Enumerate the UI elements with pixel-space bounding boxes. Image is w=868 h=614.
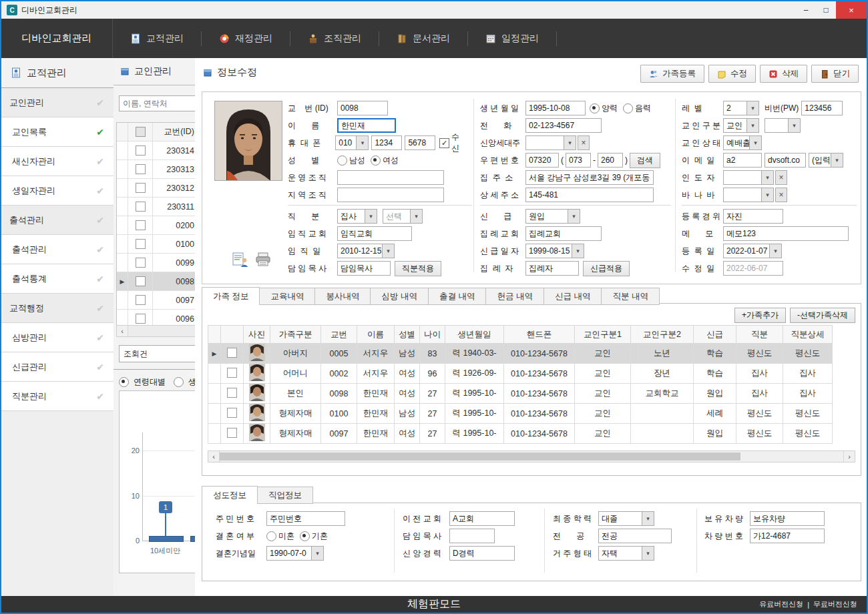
row-checkbox[interactable] <box>136 202 146 212</box>
member-row[interactable]: 230313 <box>117 160 196 179</box>
name-input[interactable] <box>337 118 396 133</box>
jumin-input[interactable] <box>266 511 345 526</box>
tab-신급 내역[interactable]: 신급 내역 <box>544 288 602 305</box>
row-checkbox[interactable] <box>227 348 237 358</box>
sidebar-item-새신자관리[interactable]: 새신자관리✔ <box>1 147 114 176</box>
zip-search-button[interactable]: 검색 <box>630 153 660 168</box>
faith-career-input[interactable] <box>449 546 515 561</box>
birthday-radio[interactable] <box>174 377 184 387</box>
birth-date-input[interactable] <box>525 101 586 115</box>
grade-date-select[interactable]: 1999-08-15▾ <box>525 244 584 258</box>
member-search-input[interactable] <box>119 95 196 111</box>
row-checkbox[interactable] <box>227 408 237 418</box>
row-checkbox[interactable] <box>227 368 237 378</box>
phone-input[interactable] <box>525 118 602 133</box>
tab-심방 내역[interactable]: 심방 내역 <box>371 288 428 305</box>
minimize-button[interactable]: – <box>796 1 816 19</box>
member-card-icon[interactable] <box>232 252 249 270</box>
duty-date-select[interactable]: 2010-12-15▾ <box>337 244 395 258</box>
password-input[interactable] <box>801 101 843 115</box>
apply-grade-button[interactable]: 신급적용 <box>583 261 630 276</box>
clear-faith-head-button[interactable]: × <box>578 135 590 150</box>
tab-봉사내역[interactable]: 봉사내역 <box>315 288 371 305</box>
nav-item-1[interactable]: 교적관리 <box>113 19 201 58</box>
single-radio[interactable] <box>266 531 276 541</box>
education-select[interactable]: 대졸▾ <box>598 511 654 526</box>
faith-head-select[interactable]: ▾ <box>525 135 576 150</box>
nav-item-5[interactable]: 일정관리 <box>468 19 556 58</box>
tab-출결 내역[interactable]: 출결 내역 <box>429 288 486 305</box>
member-row[interactable]: 0097 <box>117 291 196 310</box>
family-row[interactable]: 본인0098한민재여성27력 1995-10-010-1234-5678교인교회… <box>208 384 833 404</box>
apply-duty-button[interactable]: 직분적용 <box>395 261 441 276</box>
free-version-link[interactable]: 무료버전신청 <box>813 599 857 609</box>
sidebar-item-출석관리[interactable]: 출석관리✔ <box>1 235 114 264</box>
print-icon[interactable] <box>254 252 272 270</box>
level-select[interactable]: 2▾ <box>723 101 759 115</box>
sidebar-item-교인관리[interactable]: 교인관리✔ <box>1 88 114 117</box>
sidebar-item-출석관리[interactable]: 출석관리✔ <box>1 206 114 235</box>
select-all-checkbox[interactable] <box>136 127 146 137</box>
member-row[interactable]: 230314 <box>117 141 196 160</box>
sidebar-item-교적행정[interactable]: 교적행정✔ <box>1 294 114 323</box>
clear-barnabas-button[interactable]: × <box>775 188 787 202</box>
member-status-select[interactable]: 예배출석▾ <box>723 135 762 150</box>
scroll-left-icon[interactable]: ‹ <box>208 451 220 462</box>
previous-church-input[interactable] <box>449 511 515 526</box>
gender-female-radio[interactable] <box>371 156 381 166</box>
car-input[interactable] <box>750 511 825 526</box>
tab-교육내역[interactable]: 교육내역 <box>260 288 315 305</box>
member-grid-hscrollbar[interactable]: ‹ <box>116 325 196 337</box>
row-checkbox[interactable] <box>136 183 146 193</box>
가족등록-button[interactable]: 가족등록 <box>640 65 704 83</box>
sidebar-item-출석통계[interactable]: 출석통계✔ <box>1 264 114 294</box>
member-id-input[interactable] <box>337 101 388 115</box>
region-org-input[interactable] <box>337 188 444 202</box>
member-row[interactable]: ▶0098 <box>117 272 196 291</box>
zip2-input[interactable] <box>598 153 623 168</box>
major-input[interactable] <box>598 529 672 543</box>
nav-item-4[interactable]: 문서관리 <box>379 19 467 58</box>
grade-select[interactable]: 원입▾ <box>525 209 580 224</box>
row-checkbox[interactable] <box>136 295 146 305</box>
tab-가족 정보[interactable]: 가족 정보 <box>202 287 260 305</box>
row-checkbox[interactable] <box>136 276 146 286</box>
maximize-button[interactable]: □ <box>816 1 836 19</box>
member-row[interactable]: 0200 <box>117 216 196 235</box>
registration-date-select[interactable]: 2022-01-07▾ <box>723 244 782 258</box>
row-checkbox[interactable] <box>136 220 146 230</box>
solar-radio[interactable] <box>590 103 600 113</box>
duty-sub-select[interactable]: 선택▾ <box>383 209 423 224</box>
scroll-right-icon[interactable]: › <box>843 451 855 462</box>
duty-select[interactable]: 집사▾ <box>337 209 377 224</box>
row-checkbox[interactable] <box>227 388 237 398</box>
tab-헌금 내역[interactable]: 헌금 내역 <box>486 288 544 305</box>
zip-input[interactable] <box>525 153 559 168</box>
수정-button[interactable]: 수정 <box>708 65 756 83</box>
family-row[interactable]: ▶아버지0005서지우남성83력 1940-03-010-1234-5678교인… <box>208 344 833 364</box>
lunar-radio[interactable] <box>623 103 633 113</box>
residence-select[interactable]: 자택▾ <box>598 546 654 561</box>
row-checkbox[interactable] <box>136 145 146 156</box>
family-row[interactable]: 형제자매0100한민재남성27력 1995-10-010-1234-5678교인… <box>208 404 833 424</box>
married-radio[interactable] <box>300 531 310 541</box>
home-address-input[interactable] <box>525 170 654 185</box>
tab-직분 내역[interactable]: 직분 내역 <box>602 288 659 305</box>
gender-male-radio[interactable] <box>337 156 347 166</box>
닫기-button[interactable]: 닫기 <box>811 65 859 83</box>
barnabas-select[interactable]: ▾ <box>723 188 774 202</box>
operating-org-input[interactable] <box>337 170 444 185</box>
mobile-last-input[interactable] <box>405 135 435 150</box>
close-button[interactable]: × <box>836 1 867 19</box>
삭제-button[interactable]: 삭제 <box>760 65 807 83</box>
member-row[interactable]: 230312 <box>117 179 196 198</box>
registration-reason-input[interactable] <box>723 209 783 224</box>
row-checkbox[interactable] <box>136 239 146 249</box>
memo-input[interactable] <box>723 226 849 241</box>
email-id-input[interactable] <box>723 153 762 168</box>
age-group-radio[interactable] <box>119 377 129 387</box>
sidebar-item-생일자관리[interactable]: 생일자관리✔ <box>1 176 114 206</box>
row-checkbox[interactable] <box>136 258 146 268</box>
paid-version-link[interactable]: 유료버전신청 <box>759 599 803 609</box>
sidebar-item-신급관리[interactable]: 신급관리✔ <box>1 352 114 382</box>
